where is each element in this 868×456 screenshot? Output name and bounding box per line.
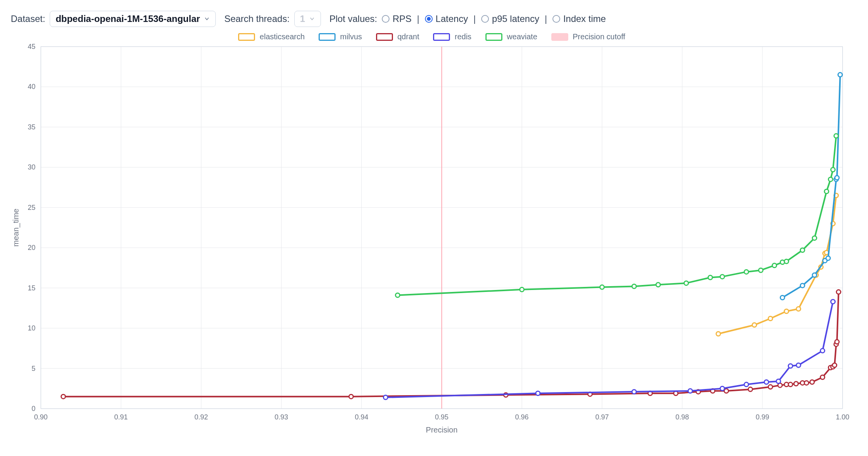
series-point-weaviate [828,177,833,181]
svg-text:0.95: 0.95 [435,413,448,421]
series-point-qdrant [61,394,65,399]
series-point-weaviate [720,275,724,279]
svg-text:0.96: 0.96 [515,413,529,421]
legend-swatch-icon [238,33,255,41]
plot-values-label: Plot values: [329,13,377,24]
svg-text:0.98: 0.98 [675,413,689,421]
legend-item-qdrant[interactable]: qdrant [376,32,420,41]
legend-label: Precision cutoff [573,32,625,41]
series-line-milvus [782,75,840,298]
series-point-qdrant [349,394,353,399]
x-axis-label: Precision [426,426,457,434]
series-point-milvus [800,283,804,288]
svg-text:0.90: 0.90 [34,413,47,421]
radio-p95[interactable]: p95 latency [481,13,539,24]
dataset-select[interactable]: dbpedia-openai-1M-1536-angular [50,11,216,27]
svg-text:0.97: 0.97 [595,413,609,421]
dataset-label: Dataset: [11,13,45,24]
separator: | [472,13,477,24]
svg-text:5: 5 [32,365,35,372]
series-point-weaviate [708,275,712,280]
series-point-elasticsearch [796,307,801,311]
legend-label: qdrant [398,32,420,41]
series-point-qdrant [835,340,839,344]
series-point-weaviate [600,285,604,289]
series-point-weaviate [632,284,636,288]
legend-label: weaviate [507,32,537,41]
series-point-weaviate [800,248,804,252]
series-point-weaviate [759,268,763,272]
svg-text:30: 30 [28,163,35,171]
series-point-weaviate [520,287,524,292]
legend-item-redis[interactable]: redis [433,32,471,41]
series-line-weaviate [398,136,836,295]
threads-label: Search threads: [224,13,289,24]
series-point-weaviate [744,270,749,274]
legend-item-elasticsearch[interactable]: elasticsearch [238,32,305,41]
radio-latency[interactable]: Latency [425,13,468,24]
legend-item-weaviate[interactable]: weaviate [485,32,537,41]
legend-swatch-icon [485,33,502,41]
chevron-down-icon [204,16,210,22]
radio-p95-label: p95 latency [492,13,539,24]
series-point-qdrant [794,382,798,386]
plot-values-group: RPS | Latency | p95 latency | Index time [382,13,606,24]
chart-container: 0.900.910.920.930.940.950.960.970.980.99… [11,43,853,439]
svg-text:0: 0 [32,405,35,412]
series-point-redis [788,364,792,368]
series-point-milvus [838,73,842,77]
series-point-weaviate [396,293,400,297]
series-point-qdrant [768,385,772,389]
controls-bar: Dataset: dbpedia-openai-1M-1536-angular … [11,11,853,27]
radio-index[interactable]: Index time [552,13,606,24]
legend-label: milvus [340,32,362,41]
svg-text:1.00: 1.00 [836,413,849,421]
legend-item-milvus[interactable]: milvus [319,32,362,41]
radio-dot-icon [382,15,390,23]
series-point-qdrant [836,290,841,294]
series-point-redis [536,391,540,396]
series-point-qdrant [804,381,809,385]
series-point-redis [744,382,749,387]
series-point-milvus [780,295,784,300]
series-point-redis [796,363,801,367]
svg-text:40: 40 [28,83,35,91]
legend-swatch-icon [376,33,393,41]
svg-text:0.99: 0.99 [756,413,769,421]
series-point-redis [820,349,824,353]
series-point-elasticsearch [784,309,789,314]
series-point-weaviate [784,259,789,263]
legend-item-cutoff[interactable]: Precision cutoff [551,32,625,41]
legend-swatch-icon [319,33,336,41]
legend-label: redis [455,32,471,41]
series-point-redis [632,390,636,394]
series-point-redis [688,389,692,393]
series-point-qdrant [788,382,792,387]
svg-text:45: 45 [28,43,35,50]
svg-text:35: 35 [28,123,35,131]
series-point-milvus [835,176,839,180]
chart-svg: 0.900.910.920.930.940.950.960.970.980.99… [11,43,853,439]
series-point-qdrant [748,387,752,391]
series-point-redis [383,395,388,399]
svg-text:0.92: 0.92 [195,413,208,421]
series-point-weaviate [834,134,838,138]
radio-dot-icon [481,15,489,23]
threads-select[interactable]: 1 [294,11,321,27]
radio-latency-label: Latency [436,13,468,24]
series-point-milvus [826,256,830,260]
dataset-value: dbpedia-openai-1M-1536-angular [55,13,200,24]
svg-text:20: 20 [28,244,35,251]
radio-index-label: Index time [563,13,606,24]
radio-rps[interactable]: RPS [382,13,411,24]
series-point-weaviate [813,236,817,240]
y-axis-label: mean_time [12,209,20,247]
svg-text:0.91: 0.91 [114,413,128,421]
series-point-elasticsearch [768,317,772,321]
separator: | [543,13,549,24]
series-point-qdrant [810,380,814,384]
chevron-down-icon [309,16,315,22]
legend-swatch-icon [433,33,450,41]
series-point-milvus [813,273,817,277]
series-point-weaviate [772,263,777,268]
